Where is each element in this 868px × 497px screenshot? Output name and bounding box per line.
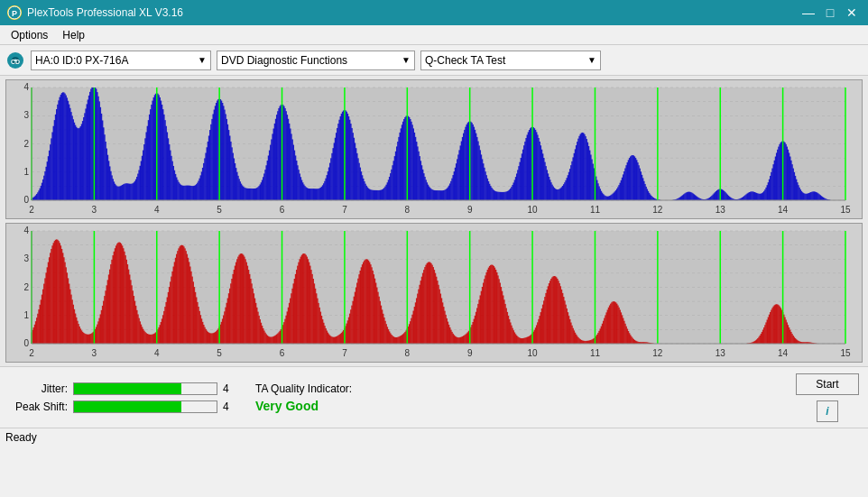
drive-selector[interactable]: HA:0 ID:0 PX-716A ▼: [31, 51, 211, 70]
toolbar: CD HA:0 ID:0 PX-716A ▼ DVD Diagnostic Fu…: [0, 45, 868, 76]
ta-quality-label: TA Quality Indicator:: [255, 382, 352, 395]
start-button[interactable]: Start: [796, 373, 859, 395]
jitter-meter-filled: [74, 383, 181, 394]
bottom-panel: Jitter: 4 Peak Shift: 4 TA Quality Indic…: [0, 366, 868, 428]
statusbar: Ready: [0, 428, 868, 446]
action-buttons-section: Start i: [796, 373, 859, 422]
menu-help[interactable]: Help: [55, 27, 92, 43]
minimize-button[interactable]: —: [799, 5, 817, 20]
maximize-button[interactable]: □: [821, 5, 839, 20]
svg-text:CD: CD: [11, 59, 20, 65]
peak-shift-label: Peak Shift:: [9, 400, 68, 413]
svg-text:P: P: [12, 9, 17, 18]
jitter-meter-empty: [181, 383, 217, 394]
titlebar: P PlexTools Professional XL V3.16 — □ ✕: [0, 0, 868, 25]
peak-shift-meter-empty: [181, 401, 217, 412]
info-button[interactable]: i: [817, 400, 838, 422]
function-selector-value: DVD Diagnostic Functions: [221, 54, 347, 67]
function-selector[interactable]: DVD Diagnostic Functions ▼: [217, 51, 415, 70]
app-title: PlexTools Professional XL V3.16: [27, 6, 183, 19]
ta-quality-value: Very Good: [255, 399, 319, 413]
function-selector-chevron: ▼: [402, 55, 411, 65]
titlebar-controls: — □ ✕: [799, 5, 861, 20]
red-chart-container: [5, 223, 863, 363]
charts-area: [0, 76, 868, 366]
peak-shift-value: 4: [223, 400, 237, 413]
peak-shift-meter: [73, 400, 217, 413]
titlebar-left: P PlexTools Professional XL V3.16: [7, 5, 183, 20]
menubar: Options Help: [0, 25, 868, 45]
test-selector[interactable]: Q-Check TA Test ▼: [420, 51, 601, 70]
jitter-value: 4: [223, 382, 237, 395]
jitter-row: Jitter: 4: [9, 382, 237, 395]
test-selector-chevron: ▼: [587, 55, 596, 65]
peak-shift-meter-filled: [74, 401, 181, 412]
jitter-meter: [73, 382, 217, 395]
close-button[interactable]: ✕: [843, 5, 861, 20]
test-selector-value: Q-Check TA Test: [425, 54, 505, 67]
peak-shift-row: Peak Shift: 4: [9, 400, 237, 413]
blue-chart-container: [5, 79, 863, 219]
ta-quality-section: TA Quality Indicator: Very Good: [255, 382, 352, 413]
drive-icon: CD: [5, 51, 25, 70]
menu-options[interactable]: Options: [4, 27, 55, 43]
status-text: Ready: [5, 431, 37, 444]
drive-selector-chevron: ▼: [198, 55, 207, 65]
jitter-label: Jitter:: [9, 382, 68, 395]
red-chart: [6, 224, 863, 363]
metrics-section: Jitter: 4 Peak Shift: 4: [9, 382, 237, 413]
drive-selector-value: HA:0 ID:0 PX-716A: [35, 54, 128, 67]
app-icon: P: [7, 5, 22, 20]
blue-chart: [6, 80, 863, 219]
